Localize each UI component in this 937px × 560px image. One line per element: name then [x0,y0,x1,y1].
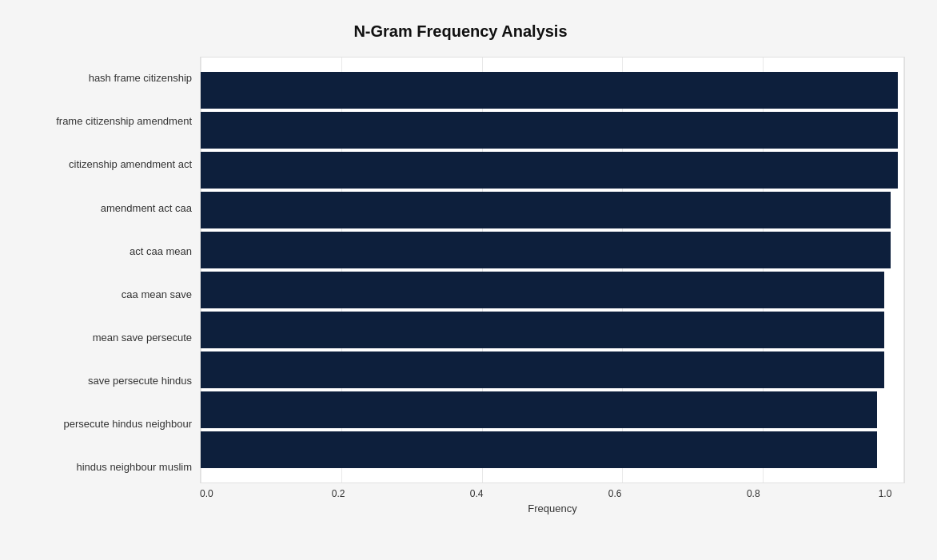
bar-row [201,270,904,310]
x-axis: 0.00.20.40.60.81.0 [200,483,905,499]
bar-row [201,150,904,190]
y-label: frame citizenship amendment [16,100,192,143]
bar [201,112,898,149]
bar-row [201,350,904,390]
chart-title: N-Gram Frequency Analysis [16,22,905,41]
y-axis-labels: hash frame citizenshipframe citizenship … [16,57,200,489]
bar [201,351,884,388]
bar-row [201,430,904,470]
bar [201,72,898,109]
y-label: act caa mean [16,229,192,272]
x-tick: 0.0 [200,488,213,499]
bar-row [201,70,904,110]
x-tick: 0.2 [332,488,345,499]
bars-container [201,64,904,476]
x-axis-label: Frequency [200,502,905,514]
bar [201,192,891,228]
bar-row [201,390,904,430]
bar-row [201,310,904,350]
x-tick: 1.0 [879,488,892,499]
bar [201,152,898,189]
y-label: persecute hindus neighbour [16,403,192,446]
bar [201,312,884,348]
bar [201,272,884,308]
x-tick: 0.8 [747,488,760,499]
y-label: save persecute hindus [16,359,192,403]
chart-area: hash frame citizenshipframe citizenship … [16,57,905,489]
y-label: citizenship amendment act [16,143,192,186]
bars-and-x: 0.00.20.40.60.81.0 Frequency [200,57,905,489]
y-label: hash frame citizenship [16,57,192,100]
bars-area [200,57,905,483]
chart-container: N-Gram Frequency Analysis hash frame cit… [0,0,937,560]
y-label: caa mean save [16,272,192,316]
y-label: hindus neighbour muslim [16,446,192,489]
x-tick: 0.4 [470,488,484,499]
y-label: mean save persecute [16,316,192,359]
bar-row [201,110,904,150]
bar [201,232,891,268]
bar [201,431,877,468]
bar-row [201,230,904,270]
x-tick: 0.6 [608,488,622,499]
bar-row [201,190,904,230]
y-label: amendment act caa [16,186,192,229]
bar [201,391,877,428]
